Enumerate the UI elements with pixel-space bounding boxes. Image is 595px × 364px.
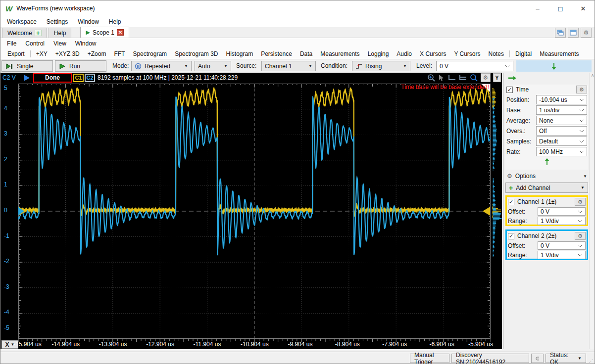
mode-select[interactable]: Repeated ▼ (131, 61, 192, 71)
time-average-select[interactable]: None (536, 116, 587, 125)
channel2-badge[interactable]: C2 (85, 74, 95, 82)
y-axis-channel-name[interactable]: C2 V (2, 74, 16, 81)
horizontal-cursor-icon[interactable] (448, 74, 456, 81)
menu-help[interactable]: Help (104, 17, 126, 26)
tab-welcome[interactable]: Welcome + (2, 28, 47, 38)
trigger-mode-value: Auto (198, 63, 210, 70)
channel-1-settings-button[interactable]: ⚙ (575, 198, 586, 206)
time-checkbox[interactable]: ✓ (506, 87, 513, 93)
add-instrument-icon[interactable]: + (35, 30, 42, 36)
toolbar-notes[interactable]: Notes (485, 49, 508, 58)
waveform-canvas[interactable] (18, 84, 491, 339)
cascade-windows-button[interactable] (555, 28, 566, 38)
zoom-tool-icon[interactable] (470, 74, 478, 82)
dropdown-chevron-icon (579, 109, 584, 112)
minimize-button[interactable]: – (526, 1, 549, 16)
scope-menu-file[interactable]: File (2, 39, 21, 48)
toolbar-spectrogram[interactable]: Spectrogram (129, 49, 171, 58)
panel-collapse-arrow-icon[interactable] (508, 76, 517, 81)
run-button[interactable]: Run (55, 60, 106, 72)
status-ok-button[interactable]: Status: OK ▼ (545, 354, 586, 363)
device-icon-button[interactable] (531, 354, 544, 363)
toolbar-logging[interactable]: Logging (364, 49, 393, 58)
time-row-label: Average: (506, 117, 536, 124)
toolbar-measurements[interactable]: Measurements (316, 49, 363, 58)
waveforms-logo-icon: W (5, 4, 12, 13)
time-rate-value: 100 MHz (539, 148, 563, 155)
toolbar-audio[interactable]: Audio (393, 49, 416, 58)
menu-settings[interactable]: Settings (42, 17, 72, 26)
time-samples-select[interactable]: Default (536, 136, 587, 146)
workspace-tab-bar: Welcome + Help ▶ Scope 1 ✕ ⚙ (0, 27, 595, 38)
pointer-tool-icon[interactable] (438, 74, 446, 82)
toolbar-persistence[interactable]: Persistence (257, 49, 296, 58)
channel-2-offset-select[interactable]: 0 V (538, 241, 586, 250)
source-select[interactable]: Channel 1 ▼ (261, 61, 316, 71)
time-settings-button[interactable]: ⚙ (576, 86, 587, 93)
time-rate-select[interactable]: 100 MHz (536, 147, 587, 156)
toolbar-export[interactable]: Export (3, 49, 29, 58)
toolbar-xy[interactable]: +XY (32, 49, 51, 58)
channel-1-offset-value: 0 V (541, 208, 549, 215)
mode-label: Mode: (112, 62, 129, 69)
x-axis[interactable]: X ▼ -15.904 us-14.904 us-13.904 us-12.90… (0, 339, 502, 349)
channel-2-range-select[interactable]: 1 V/div (538, 251, 586, 259)
toolbar-fft[interactable]: FFT (110, 49, 129, 58)
condition-select[interactable]: Rising ▼ (352, 61, 410, 71)
toolbar-measurements-2[interactable]: Measurements (536, 49, 583, 58)
time-position-select[interactable]: -10.904 us (536, 95, 587, 104)
trigger-mode-select[interactable]: Auto ▼ (195, 61, 231, 71)
zoom-fit-icon[interactable] (427, 74, 436, 82)
channel1-badge[interactable]: C1 (73, 74, 84, 82)
acquisition-arrow-icon (23, 74, 30, 82)
single-button[interactable]: Single (1, 60, 53, 72)
waveform-plot[interactable]: Time base will be base extended! (18, 84, 491, 339)
manual-trigger-button[interactable]: Manual Trigger (410, 354, 449, 363)
toolbar-digital[interactable]: Digital (511, 49, 536, 58)
device-button[interactable]: Discovery SN:210244516192 (451, 354, 529, 363)
toolbar-x-cursors[interactable]: X Cursors (416, 49, 450, 58)
level-cursor-icon[interactable] (459, 74, 467, 81)
channel-2-offset-label: Offset: (508, 242, 538, 249)
menu-window[interactable]: Window (73, 17, 103, 26)
y-axis[interactable]: 543210-1-2-3-4-5 (0, 84, 18, 339)
channel-1-range-select[interactable]: 1 V/div (538, 217, 586, 225)
time-base-select[interactable]: 1 us/div (536, 105, 587, 115)
add-channel-dropdown-icon: ▼ (581, 185, 585, 190)
tile-windows-button[interactable] (568, 28, 579, 38)
time-overs-value: Off (539, 128, 547, 135)
resize-grip[interactable]: ⋰ (589, 359, 594, 364)
channel-2-checkbox[interactable]: ✓ (508, 233, 514, 239)
close-button[interactable]: ✕ (572, 1, 595, 16)
scope-menu-view[interactable]: View (49, 39, 71, 48)
level-input[interactable]: 0 V (436, 61, 513, 71)
toolbar-spectrogram-3d[interactable]: Spectrogram 3D (171, 49, 222, 58)
scope-menu-window[interactable]: Window (71, 39, 101, 48)
time-overs-select[interactable]: Off (536, 126, 587, 136)
channel-1-offset-select[interactable]: 0 V (538, 207, 586, 216)
scope-menu-control[interactable]: Control (21, 39, 49, 48)
plot-settings-button[interactable]: ⚙ (481, 73, 491, 82)
panel-scrollbar[interactable]: ∧ (589, 73, 595, 349)
channel-1-checkbox[interactable]: ✓ (508, 199, 514, 205)
channel-2-settings-button[interactable]: ⚙ (575, 232, 586, 240)
close-scope-tab-icon[interactable]: ✕ (117, 29, 124, 36)
time-base-value: 1 us/div (539, 107, 559, 114)
maximize-button[interactable]: ◻ (549, 1, 572, 16)
toolbar-zoom[interactable]: +Zoom (84, 49, 110, 58)
toolbar-xyz-3d[interactable]: +XYZ 3D (51, 49, 84, 58)
time-row-average: Average:None (505, 115, 588, 126)
dropdown-chevron-icon (579, 140, 584, 143)
toolbar-histogram[interactable]: Histogram (222, 49, 257, 58)
menu-workspace[interactable]: Workspace (2, 17, 41, 26)
options-row[interactable]: ⚙ Options ▼ (507, 172, 587, 181)
toolbar-y-cursors[interactable]: Y Cursors (450, 49, 484, 58)
y-axis-button[interactable]: Y (493, 73, 501, 82)
window-settings-button[interactable]: ⚙ (581, 28, 592, 38)
channel-2-range-row: Range:1 V/div (507, 250, 587, 260)
tab-help[interactable]: Help (49, 28, 72, 38)
trigger-level-marker[interactable] (483, 207, 490, 216)
add-channel-button[interactable]: + Add Channel ▼ (505, 182, 588, 193)
tab-scope-1[interactable]: ▶ Scope 1 ✕ (80, 27, 129, 38)
toolbar-data[interactable]: Data (296, 49, 316, 58)
